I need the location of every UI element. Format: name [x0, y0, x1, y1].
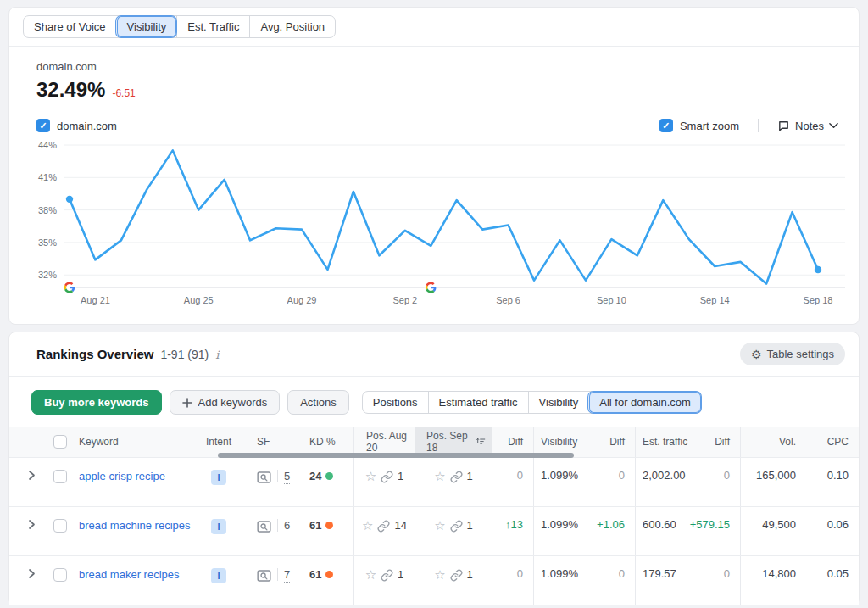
svg-text:44%: 44%: [38, 140, 57, 150]
select-all-checkbox[interactable]: [53, 435, 67, 449]
svg-text:38%: 38%: [38, 205, 57, 215]
view-tab-all-for-domain-com[interactable]: All for domain.com: [588, 392, 701, 413]
est-traffic-diff: 0: [701, 556, 740, 605]
kd-value: 61: [309, 568, 321, 581]
col-header-vis-diff[interactable]: Diff: [589, 427, 635, 457]
keyword-link[interactable]: bread machine recipes: [79, 519, 191, 532]
kd-difficulty-dot: [326, 472, 333, 480]
info-icon[interactable]: i: [215, 349, 219, 361]
sf-count[interactable]: 7: [284, 568, 290, 583]
domain-legend-toggle[interactable]: ✓ domain.com: [36, 119, 117, 132]
divider: [277, 568, 278, 581]
google-update-marker[interactable]: [425, 281, 437, 293]
keyword-link[interactable]: bread maker recipes: [79, 568, 180, 581]
table-view-tab-group: PositionsEstimated trafficVisibilityAll …: [362, 391, 702, 414]
view-tab-estimated-traffic[interactable]: Estimated traffic: [428, 392, 528, 413]
table-settings-button[interactable]: ⚙ Table settings: [740, 343, 845, 365]
table-row: apple crisp recipe I 5 24 ☆ 1 ☆ 1 0 1.09…: [9, 457, 859, 506]
serp-features-icon[interactable]: [257, 471, 271, 484]
row-expander[interactable]: [9, 458, 47, 506]
row-checkbox[interactable]: [53, 519, 67, 533]
volume-value: 49,500: [740, 507, 806, 555]
row-checkbox[interactable]: [53, 470, 67, 483]
pos-sep18-value: 1: [467, 568, 473, 581]
notes-dropdown[interactable]: Notes: [777, 120, 838, 132]
sf-count[interactable]: 6: [284, 519, 290, 533]
tab-est-traffic[interactable]: Est. Traffic: [176, 16, 249, 37]
rankings-overview-card: Rankings Overview 1-91 (91) i ⚙ Table se…: [8, 332, 860, 605]
link-icon: [377, 520, 390, 533]
metric-value: 32.49%: [36, 78, 105, 102]
sf-count[interactable]: 5: [284, 470, 290, 484]
keyword-link[interactable]: apple crisp recipe: [79, 470, 165, 482]
add-keywords-button[interactable]: Add keywords: [170, 390, 281, 415]
metric-tabbar: Share of VoiceVisibilityEst. TrafficAvg.…: [9, 8, 859, 47]
position-diff: 0: [492, 556, 533, 605]
view-tab-positions[interactable]: Positions: [363, 392, 428, 413]
col-header-est-traffic[interactable]: Est. traffic: [635, 427, 701, 457]
svg-text:Sep 14: Sep 14: [700, 295, 730, 305]
actions-button[interactable]: Actions: [287, 390, 349, 415]
chevron-right-icon: [28, 568, 36, 579]
smart-zoom-checkbox[interactable]: ✓: [659, 119, 673, 132]
star-icon: ☆: [434, 519, 445, 532]
google-update-marker[interactable]: [63, 281, 75, 293]
position-tracking-page: Share of VoiceVisibilityEst. TrafficAvg.…: [0, 0, 868, 608]
horizontal-scrollbar-thumb[interactable]: [218, 453, 574, 458]
position-diff: ↑13: [492, 507, 533, 555]
visibility-value: 1.099%: [533, 458, 589, 506]
svg-text:Sep 18: Sep 18: [804, 295, 833, 305]
svg-text:Sep 10: Sep 10: [597, 295, 626, 305]
tab-avg-position[interactable]: Avg. Position: [249, 16, 335, 37]
row-expander[interactable]: [9, 507, 47, 555]
intent-badge[interactable]: I: [211, 470, 226, 485]
line-chart-canvas: 32%35%38%41%44%Aug 21Aug 25Aug 29Sep 2Se…: [18, 136, 859, 315]
visibility-chart-card: Share of VoiceVisibilityEst. TrafficAvg.…: [8, 7, 860, 325]
svg-text:Aug 29: Aug 29: [287, 295, 317, 305]
star-icon: ☆: [434, 470, 445, 482]
svg-text:Sep 2: Sep 2: [392, 295, 417, 305]
metric-domain-label: domain.com: [36, 60, 859, 73]
position-diff: 0: [492, 458, 533, 506]
sort-icon: [476, 437, 486, 447]
view-tab-visibility[interactable]: Visibility: [528, 392, 589, 413]
intent-badge[interactable]: I: [211, 519, 226, 534]
intent-badge[interactable]: I: [211, 568, 226, 583]
col-header-volume[interactable]: Vol.: [740, 427, 806, 457]
serp-features-icon[interactable]: [257, 520, 271, 533]
col-header-keyword[interactable]: Keyword: [72, 427, 199, 457]
pos-aug20-value: 1: [398, 568, 403, 581]
chevron-right-icon: [28, 470, 36, 481]
visibility-value: 1.099%: [533, 556, 589, 605]
buy-more-keywords-button[interactable]: Buy more keywords: [31, 390, 162, 415]
smart-zoom-toggle[interactable]: ✓ Smart zoom: [659, 119, 739, 132]
visibility-diff: +1.06: [589, 507, 635, 555]
kd-difficulty-dot: [326, 571, 333, 578]
domain-checkbox[interactable]: ✓: [36, 119, 50, 132]
chart-controls-row: ✓ domain.com ✓ Smart zoom Notes: [9, 102, 859, 132]
divider: [758, 119, 759, 132]
svg-text:Aug 21: Aug 21: [81, 295, 110, 305]
col-header-traffic-diff[interactable]: Diff: [701, 427, 740, 457]
row-checkbox[interactable]: [53, 568, 67, 582]
series-endpoint-dot: [815, 266, 821, 273]
row-expander[interactable]: [9, 556, 47, 605]
tab-visibility[interactable]: Visibility: [116, 16, 177, 37]
tab-share-of-voice[interactable]: Share of Voice: [24, 16, 116, 37]
svg-text:Sep 6: Sep 6: [496, 295, 520, 305]
gear-icon: ⚙: [751, 349, 762, 360]
col-header-cpc[interactable]: CPC: [806, 427, 859, 457]
cpc-value: 0.06: [806, 507, 859, 555]
svg-text:Aug 25: Aug 25: [184, 295, 214, 305]
star-icon: ☆: [365, 470, 376, 482]
rankings-title: Rankings Overview: [36, 347, 153, 361]
chevron-right-icon: [28, 519, 36, 530]
rankings-toolbar: Buy more keywords Add keywords Actions P…: [9, 377, 859, 427]
svg-text:35%: 35%: [38, 237, 57, 248]
domain-legend-label: domain.com: [57, 120, 117, 132]
link-icon: [450, 569, 463, 582]
serp-features-icon[interactable]: [257, 569, 271, 583]
est-traffic-value: 600.60: [635, 507, 701, 555]
kd-value: 61: [309, 519, 321, 532]
est-traffic-value: 2,002.00: [635, 458, 701, 506]
